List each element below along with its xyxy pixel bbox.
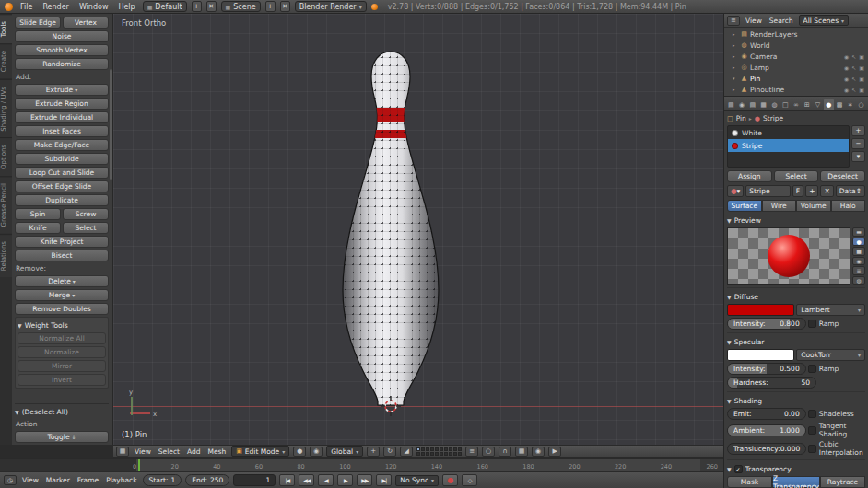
- properties-tab[interactable]: ●: [824, 99, 834, 110]
- knife-select-button[interactable]: Select: [63, 222, 109, 234]
- blender-logo-icon[interactable]: [5, 3, 13, 11]
- selectability-arrow-icon[interactable]: ↖: [851, 76, 856, 82]
- transparency-mode-tab[interactable]: Raytrace: [820, 476, 865, 488]
- weight-tool-button[interactable]: Invert: [18, 374, 106, 386]
- deselect-button[interactable]: Deselect: [820, 170, 865, 182]
- snap-element-icon[interactable]: ▦: [515, 447, 528, 457]
- diffuse-ramp-checkbox[interactable]: Ramp: [808, 320, 865, 328]
- remove-doubles-button[interactable]: Remove Doubles: [15, 303, 109, 315]
- add-tool-button[interactable]: Loop Cut and Slide: [15, 167, 109, 179]
- render-opengl-icon[interactable]: ◉: [532, 447, 545, 457]
- outliner-item-label[interactable]: Pinoutline: [750, 86, 784, 94]
- cursor-3d-icon[interactable]: [381, 396, 401, 416]
- add-tool-button[interactable]: Subdivide: [15, 153, 109, 165]
- properties-tab[interactable]: ◍: [769, 99, 780, 110]
- shading-value-slider[interactable]: Emit: 0.00: [727, 408, 806, 420]
- viewport-3d[interactable]: x y Front Ortho (1) Pin: [113, 14, 723, 445]
- expand-arrow-icon[interactable]: ▸: [733, 87, 738, 92]
- menu-file[interactable]: File: [18, 3, 35, 11]
- add-scene-button[interactable]: +: [265, 1, 276, 12]
- expand-arrow-icon[interactable]: ▸: [733, 64, 738, 70]
- menu-window[interactable]: Window: [76, 3, 111, 11]
- add-tool-button[interactable]: Duplicate: [15, 194, 109, 206]
- add-tool-button[interactable]: Offset Edge Slide: [15, 180, 109, 192]
- keying-set-icon[interactable]: ◇: [462, 474, 477, 486]
- proportional-edit-icon[interactable]: ○: [482, 447, 495, 457]
- diffuse-color-swatch[interactable]: [727, 304, 794, 316]
- outliner-item-label[interactable]: RenderLayers: [750, 30, 798, 39]
- material-name-field[interactable]: Stripe: [745, 185, 791, 197]
- assign-button[interactable]: Assign: [727, 170, 772, 182]
- slide-edge-button[interactable]: Slide Edge: [15, 17, 61, 29]
- viewport-menu-view[interactable]: View: [133, 447, 153, 456]
- specular-panel-header[interactable]: ▼ Specular: [727, 336, 865, 347]
- render-opengl-anim-icon[interactable]: ▶: [548, 447, 561, 457]
- editor-type-icon[interactable]: ▦: [116, 447, 129, 457]
- snap-magnet-icon[interactable]: ∩: [499, 447, 511, 457]
- manipulator-scale-icon[interactable]: ◢: [400, 447, 413, 457]
- transparency-panel-header[interactable]: ▼ ✓ Transparency: [727, 463, 865, 474]
- render-camera-icon[interactable]: ▣: [859, 53, 864, 60]
- properties-tab[interactable]: ▦: [758, 99, 768, 110]
- eye-icon[interactable]: ◉: [844, 76, 849, 82]
- render-engine-selector[interactable]: Blender Render ▾: [295, 1, 367, 12]
- preview-flat-icon[interactable]: ▬: [852, 227, 865, 237]
- delete-layout-button[interactable]: ✕: [206, 1, 217, 12]
- viewport-menu-add[interactable]: Add: [185, 447, 203, 456]
- breadcrumb-object[interactable]: Pin: [736, 114, 746, 122]
- deform-tool-button[interactable]: Noise: [15, 30, 109, 42]
- screw-button[interactable]: Screw: [63, 208, 109, 220]
- preview-hair-icon[interactable]: ≡: [852, 266, 865, 275]
- toolshelf-tab[interactable]: Tools: [0, 14, 12, 43]
- outliner-item-label[interactable]: World: [750, 41, 770, 50]
- timeline-menu-frame[interactable]: Frame: [76, 476, 100, 484]
- toolshelf-tab[interactable]: Create: [0, 43, 12, 78]
- material-type-tab[interactable]: Halo: [831, 200, 866, 212]
- merge-menu-button[interactable]: Merge ▾: [15, 289, 109, 301]
- current-frame-marker[interactable]: [138, 459, 140, 471]
- outliner-item[interactable]: ▸ ◉ Camera ◉ ↖ ▣: [726, 51, 866, 62]
- transparency-mode-tab[interactable]: Mask: [727, 476, 772, 488]
- timeline-editor-icon[interactable]: ◷: [4, 475, 17, 485]
- timeline-menu-playback[interactable]: Playback: [104, 476, 138, 484]
- diffuse-panel-header[interactable]: ▼ Diffuse: [727, 291, 865, 302]
- toolshelf-tab[interactable]: Shading / UVs: [0, 79, 12, 138]
- viewport-menu-select[interactable]: Select: [157, 447, 182, 456]
- transparency-enable-checkbox[interactable]: ✓: [734, 465, 743, 473]
- play-reverse-button[interactable]: ◀: [318, 474, 334, 486]
- toolshelf-tab[interactable]: Grease Pencil: [0, 176, 12, 233]
- properties-tab[interactable]: □: [780, 99, 791, 110]
- eye-icon[interactable]: ◉: [844, 64, 849, 71]
- lock-to-scene-icon[interactable]: ≡: [465, 447, 478, 457]
- outliner-item[interactable]: ▾ ▲ Pin ◉ ↖ ▣: [726, 73, 866, 84]
- outliner-menu-search[interactable]: Search: [768, 17, 795, 25]
- scene-selector[interactable]: ▦ Scene: [221, 1, 261, 12]
- weight-tools-header[interactable]: ▼ Weight Tools: [18, 320, 106, 331]
- new-material-button[interactable]: +: [805, 185, 818, 197]
- transform-orientation-dropdown[interactable]: Global ▾: [326, 446, 363, 457]
- selectability-arrow-icon[interactable]: ↖: [851, 64, 856, 71]
- next-keyframe-button[interactable]: ▶▶: [357, 474, 372, 486]
- material-type-tab[interactable]: Surface: [727, 200, 762, 212]
- pivot-center-icon[interactable]: ◉: [310, 447, 323, 457]
- specular-color-swatch[interactable]: [727, 349, 794, 361]
- manipulator-rotate-icon[interactable]: ↻: [383, 447, 396, 457]
- browse-material-icon[interactable]: ●▾: [727, 185, 744, 197]
- eye-icon[interactable]: ◉: [844, 87, 849, 93]
- outliner-item[interactable]: ▸ ◎ Lamp ◉ ↖ ▣: [726, 62, 866, 73]
- properties-tab[interactable]: ∞: [792, 99, 802, 110]
- menu-help[interactable]: Help: [115, 3, 137, 11]
- weight-tool-button[interactable]: Mirror: [18, 360, 106, 372]
- outliner-item[interactable]: ▸ ▤ RenderLayers ◉ ↖ ▣: [726, 29, 866, 40]
- delete-menu-button[interactable]: Delete ▾: [15, 275, 109, 287]
- expand-arrow-icon[interactable]: ▸: [733, 31, 738, 37]
- jump-to-end-button[interactable]: ▶|: [376, 474, 392, 486]
- render-camera-icon[interactable]: ▣: [859, 76, 864, 82]
- unlink-material-button[interactable]: ✕: [820, 185, 833, 197]
- auto-keyframe-record-icon[interactable]: ●: [442, 474, 458, 486]
- shading-checkbox[interactable]: Shadeless: [808, 410, 865, 418]
- preview-cube-icon[interactable]: ■: [852, 247, 865, 256]
- current-frame-field[interactable]: 1: [233, 474, 276, 486]
- add-layout-button[interactable]: +: [192, 1, 202, 12]
- outliner-display-dropdown[interactable]: All Scenes ▾: [799, 15, 849, 26]
